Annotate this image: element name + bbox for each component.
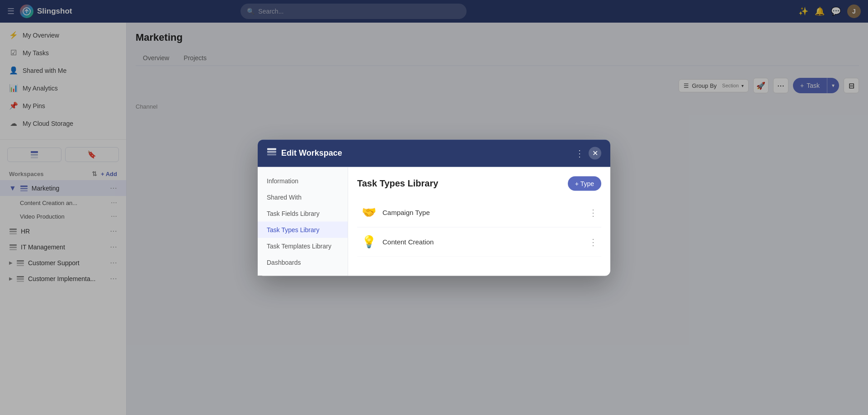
modal-nav-task-templates-library[interactable]: Task Templates Library: [258, 238, 348, 254]
campaign-type-icon: 🤝: [361, 204, 377, 220]
type-label: Campaign Type: [382, 209, 583, 216]
modal-sidebar: Information Shared With Task Fields Libr…: [258, 167, 348, 276]
type-item-campaign-type: 🤝 Campaign Type ⋮: [357, 198, 601, 227]
edit-workspace-modal: Edit Workspace ⋮ ✕ Information Shared Wi…: [258, 139, 610, 276]
modal-close-button[interactable]: ✕: [589, 147, 601, 159]
modal-header: Edit Workspace ⋮ ✕: [258, 139, 610, 167]
modal-main-content: Task Types Library + Type 🤝 Campaign Typ…: [348, 167, 610, 276]
modal-nav-task-fields-library[interactable]: Task Fields Library: [258, 205, 348, 221]
modal-more-button[interactable]: ⋮: [575, 148, 584, 158]
modal-nav-task-types-library[interactable]: Task Types Library: [258, 221, 348, 238]
svg-rect-20: [267, 151, 276, 153]
modal-body: Information Shared With Task Fields Libr…: [258, 167, 610, 276]
modal-nav-dashboards[interactable]: Dashboards: [258, 254, 348, 270]
svg-rect-19: [267, 148, 276, 150]
modal-content-header: Task Types Library + Type: [357, 176, 601, 191]
type-item-content-creation: 💡 Content Creation ⋮: [357, 227, 601, 257]
svg-rect-21: [267, 154, 276, 156]
type-label: Content Creation: [382, 238, 583, 246]
content-creation-icon: 💡: [361, 234, 377, 250]
modal-content-title: Task Types Library: [357, 178, 438, 189]
modal-nav-information[interactable]: Information: [258, 172, 348, 189]
type-more-button[interactable]: ⋮: [589, 236, 598, 247]
modal-nav-shared-with[interactable]: Shared With: [258, 189, 348, 205]
modal-title: Edit Workspace: [281, 148, 571, 158]
type-more-button[interactable]: ⋮: [589, 207, 598, 218]
workspace-layers-icon: [267, 147, 277, 159]
add-type-button[interactable]: + Type: [568, 176, 601, 191]
